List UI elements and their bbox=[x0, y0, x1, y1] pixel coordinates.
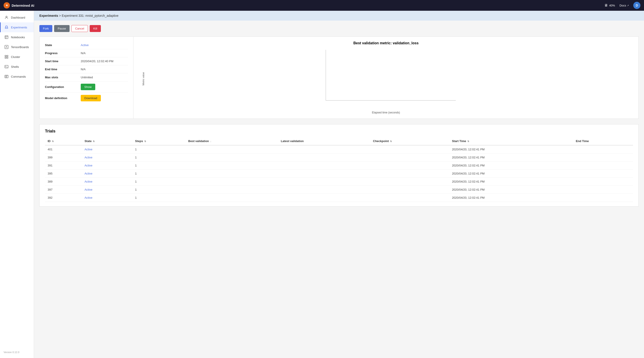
cell-state[interactable]: Active bbox=[82, 162, 132, 170]
svg-rect-6 bbox=[7, 57, 8, 58]
sidebar-item-shells[interactable]: Shells bbox=[0, 62, 34, 72]
id-sort-icon: ⇅ bbox=[52, 140, 54, 143]
svg-point-0 bbox=[6, 16, 7, 18]
checkpoint-sort-icon: ⇅ bbox=[390, 140, 392, 143]
sidebar-item-tensorboards[interactable]: TensorBoards bbox=[0, 42, 34, 52]
cell-steps: 1 bbox=[132, 186, 186, 194]
cell-end-time bbox=[573, 154, 633, 162]
progress-row: Progress N/A bbox=[45, 49, 128, 57]
cell-checkpoint bbox=[370, 170, 449, 178]
cell-start-time: 2020/04/20, 12:02:41 PM bbox=[449, 170, 573, 178]
cell-state[interactable]: Active bbox=[82, 194, 132, 202]
best-val-sort-icon: ↓ bbox=[210, 140, 211, 143]
breadcrumb-current: Experiment 331: mnist_pytorch_adaptive bbox=[62, 14, 118, 18]
col-header-state[interactable]: State ⇅ bbox=[82, 137, 132, 145]
col-header-start-time[interactable]: Start Time ⇅ bbox=[449, 137, 573, 145]
configuration-label: Configuration bbox=[45, 85, 81, 89]
cell-id: 389 bbox=[45, 178, 82, 186]
cell-checkpoint bbox=[370, 154, 449, 162]
cell-latest-validation bbox=[278, 194, 370, 202]
logo-icon: ★ bbox=[4, 2, 10, 9]
cell-start-time: 2020/04/20, 12:02:41 PM bbox=[449, 154, 573, 162]
topbar: ★ Determined AI 🖥 40% Docs ↗ D bbox=[0, 0, 644, 11]
cell-steps: 1 bbox=[132, 162, 186, 170]
cell-steps: 1 bbox=[132, 178, 186, 186]
cell-start-time: 2020/04/20, 12:02:41 PM bbox=[449, 145, 573, 154]
col-header-steps[interactable]: Steps ⇅ bbox=[132, 137, 186, 145]
flask-icon bbox=[4, 25, 9, 30]
toolbar-buttons: Fork Pause Cancel Kill bbox=[39, 25, 639, 32]
monitor-label: 40% bbox=[609, 4, 615, 7]
cell-state[interactable]: Active bbox=[82, 186, 132, 194]
breadcrumb-separator: > bbox=[59, 14, 61, 18]
pause-button[interactable]: Pause bbox=[54, 25, 70, 32]
cell-steps: 1 bbox=[132, 194, 186, 202]
sidebar-item-shells-label: Shells bbox=[11, 65, 19, 69]
configuration-show-button[interactable]: Show bbox=[81, 84, 95, 90]
main-content: Experiments > Experiment 331: mnist_pyto… bbox=[34, 11, 644, 358]
cell-latest-validation bbox=[278, 186, 370, 194]
progress-label: Progress bbox=[45, 52, 81, 55]
chart-panel: Best validation metric: validation_loss … bbox=[134, 37, 638, 119]
sidebar-item-dashboard[interactable]: Dashboard bbox=[0, 13, 34, 22]
trials-table-body: 401 Active 1 2020/04/20, 12:02:41 PM 399… bbox=[45, 145, 633, 202]
col-header-checkpoint[interactable]: Checkpoint ⇅ bbox=[370, 137, 449, 145]
start-time-row: Start time 2020/04/20, 12:02:40 PM bbox=[45, 57, 128, 65]
col-header-best-validation[interactable]: Best validation ↓ bbox=[186, 137, 278, 145]
cell-steps: 1 bbox=[132, 154, 186, 162]
docs-link[interactable]: Docs ↗ bbox=[620, 4, 629, 7]
sidebar-item-dashboard-label: Dashboard bbox=[11, 16, 25, 19]
sidebar-item-commands[interactable]: Commands bbox=[0, 72, 34, 82]
chart-area: Metric value bbox=[139, 48, 633, 110]
start-time-label: Start time bbox=[45, 60, 81, 63]
kill-button[interactable]: Kill bbox=[90, 25, 100, 32]
end-time-label: End time bbox=[45, 68, 81, 71]
steps-sort-icon: ⇅ bbox=[144, 140, 146, 143]
cell-best-validation bbox=[186, 154, 278, 162]
sidebar: Dashboard Experiments Notebooks TensorBo… bbox=[0, 11, 34, 358]
cell-latest-validation bbox=[278, 145, 370, 154]
state-row: State Active bbox=[45, 41, 128, 49]
sidebar-item-notebooks[interactable]: Notebooks bbox=[0, 32, 34, 42]
person-icon bbox=[4, 15, 9, 20]
cell-state[interactable]: Active bbox=[82, 145, 132, 154]
state-value[interactable]: Active bbox=[81, 44, 128, 47]
model-definition-row: Model definition Download bbox=[45, 93, 128, 104]
start-time-value: 2020/04/20, 12:02:40 PM bbox=[81, 60, 128, 63]
sidebar-item-cluster[interactable]: Cluster bbox=[0, 52, 34, 62]
cell-best-validation bbox=[186, 145, 278, 154]
svg-rect-2 bbox=[5, 46, 8, 49]
trials-title: Trials bbox=[45, 129, 633, 134]
cell-latest-validation bbox=[278, 178, 370, 186]
col-header-id[interactable]: ID ⇅ bbox=[45, 137, 82, 145]
cell-checkpoint bbox=[370, 178, 449, 186]
state-label: State bbox=[45, 44, 81, 47]
table-row: 391 Active 1 2020/04/20, 12:02:41 PM bbox=[45, 162, 633, 170]
table-row: 399 Active 1 2020/04/20, 12:02:41 PM bbox=[45, 154, 633, 162]
sidebar-item-experiments[interactable]: Experiments bbox=[0, 22, 34, 32]
cancel-button[interactable]: Cancel bbox=[71, 25, 88, 32]
shell-icon bbox=[4, 65, 9, 69]
trials-section: Trials ID ⇅ State ⇅ Steps ⇅ Best validat… bbox=[39, 124, 639, 207]
chart-title: Best validation metric: validation_loss bbox=[139, 41, 633, 45]
download-button[interactable]: Download bbox=[81, 95, 101, 101]
sidebar-item-notebooks-label: Notebooks bbox=[11, 36, 25, 39]
chart-x-axis-label: Elapsed time (seconds) bbox=[139, 111, 633, 114]
breadcrumb-parent[interactable]: Experiments bbox=[39, 14, 58, 18]
topbar-right: 🖥 40% Docs ↗ D bbox=[604, 2, 640, 9]
fork-button[interactable]: Fork bbox=[39, 25, 52, 32]
chart-y-axis-label: Metric value bbox=[142, 72, 145, 85]
sidebar-item-experiments-label: Experiments bbox=[11, 26, 27, 29]
cell-start-time: 2020/04/20, 12:02:41 PM bbox=[449, 194, 573, 202]
cell-state[interactable]: Active bbox=[82, 170, 132, 178]
cell-id: 391 bbox=[45, 162, 82, 170]
svg-rect-7 bbox=[5, 65, 8, 68]
monitor-icon: 🖥 bbox=[604, 3, 608, 8]
cell-state[interactable]: Active bbox=[82, 178, 132, 186]
book-icon bbox=[4, 35, 9, 39]
sidebar-item-cluster-label: Cluster bbox=[11, 55, 20, 59]
cell-state[interactable]: Active bbox=[82, 154, 132, 162]
cell-latest-validation bbox=[278, 170, 370, 178]
cell-checkpoint bbox=[370, 145, 449, 154]
user-avatar[interactable]: D bbox=[633, 2, 640, 9]
